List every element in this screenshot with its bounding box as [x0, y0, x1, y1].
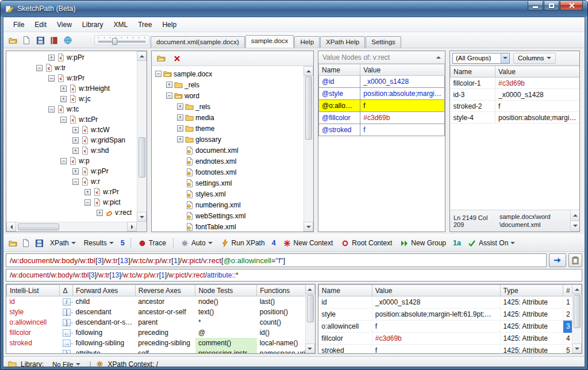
axis-shortcut-chip[interactable]: )	[63, 350, 71, 354]
groups-mini-scroll[interactable]	[570, 210, 579, 232]
tab-sample-docx[interactable]: sample.docx	[245, 35, 294, 48]
axis-shortcut-chip[interactable]: →	[63, 340, 71, 347]
maximize-button[interactable]	[544, 1, 559, 10]
open-folder-button[interactable]	[155, 53, 167, 64]
xml-node-w-tr[interactable]: −w:tr	[6, 63, 137, 73]
value-node-row[interactable]: @o:allowin...f	[319, 100, 445, 112]
expand-icon[interactable]: +	[84, 189, 91, 195]
result-row[interactable]: id_x0000_s14281425: Attribute1	[318, 296, 581, 309]
trace-button[interactable]: Trace	[135, 238, 169, 249]
xpath-menu-button[interactable]: XPath	[47, 238, 79, 248]
intelli-row[interactable]: stroked→following-siblingpreceding-sibli…	[7, 338, 315, 348]
minimize-button[interactable]	[528, 1, 543, 10]
xml-node-w-r[interactable]: −w:r	[6, 176, 137, 187]
scroll-right-button[interactable]	[127, 222, 137, 232]
scroll-up-button[interactable]	[572, 284, 582, 294]
xml-node-w-gridspan[interactable]: +w:gridSpan	[6, 135, 137, 145]
expand-icon[interactable]: +	[72, 137, 79, 144]
new-document-xpath-button[interactable]	[20, 237, 32, 249]
column-header-node-tests[interactable]: Node Tests	[195, 285, 257, 296]
pkg-node-endnotes-xml[interactable]: endnotes.xml	[152, 156, 303, 167]
pkg-node-glossary[interactable]: +glossary	[152, 134, 303, 145]
pkg-node-numbering-xml[interactable]: numbering.xml	[152, 199, 303, 210]
intelli-row[interactable]: style[descendantancestor-or-selftext()po…	[7, 307, 315, 317]
expand-icon[interactable]: +	[97, 210, 103, 216]
tab-help[interactable]: Help	[294, 36, 320, 48]
menu-library[interactable]: Library	[77, 18, 109, 31]
tab-settings[interactable]: Settings	[366, 36, 401, 48]
collapse-icon[interactable]: −	[166, 92, 172, 99]
xml-node-w-shd[interactable]: +w:shd	[6, 145, 137, 156]
scroll-thumb[interactable]	[18, 223, 59, 230]
collapse-icon[interactable]: −	[84, 199, 91, 206]
open-folder-button[interactable]	[7, 34, 18, 46]
library-file-dropdown[interactable]: No File	[48, 359, 85, 367]
xml-node-w-ppr[interactable]: +w:pPr	[6, 52, 137, 63]
web-button[interactable]	[62, 34, 74, 46]
expand-icon[interactable]: +	[60, 96, 67, 102]
collapse-icon[interactable]: −	[72, 179, 79, 185]
scroll-thumb[interactable]	[305, 76, 312, 140]
intelli-vscroll[interactable]	[305, 284, 315, 353]
expand-icon[interactable]: +	[72, 168, 79, 175]
menu-help[interactable]: Help	[157, 18, 182, 31]
xpath-expression-input[interactable]: /w:document/w:body/w:tbl[3]/w:tr[13]/w:t…	[6, 253, 547, 267]
menu-tree[interactable]: Tree	[133, 18, 157, 31]
pkg-node--rels[interactable]: +_rels	[152, 101, 303, 112]
result-row[interactable]: strokedf1425: Attribute5	[318, 345, 581, 354]
file-tree-vscroll[interactable]	[303, 66, 313, 232]
column-header-value[interactable]: Value	[360, 64, 445, 76]
group-row[interactable]: fillcolor-1#c3d69b	[451, 78, 580, 89]
group-row[interactable]: style-4position:absolute;margin-lef...	[451, 112, 580, 124]
column-header-type[interactable]: Type	[500, 285, 563, 296]
column-header-name[interactable]: Name	[319, 64, 360, 76]
pkg-node-word[interactable]: −word	[152, 90, 303, 101]
slider-thumb[interactable]	[112, 38, 117, 45]
group-filter-select[interactable]: (All Groups)	[452, 53, 510, 64]
pkg-node-settings-xml[interactable]: settings.xml	[152, 178, 303, 188]
expand-icon[interactable]: +	[177, 103, 183, 110]
scroll-up-button[interactable]	[571, 210, 579, 221]
column-header-name[interactable]: Name	[451, 66, 495, 78]
axis-shortcut-chip[interactable]: ]	[63, 319, 71, 326]
xml-node-w-pict[interactable]: −w:pict	[6, 197, 137, 207]
collapse-icon[interactable]: −	[60, 117, 67, 123]
scroll-up-button[interactable]	[303, 66, 313, 76]
pkg-node-websettings-xml[interactable]: webSettings.xml	[152, 210, 303, 221]
close-button[interactable]	[560, 1, 583, 10]
expand-icon[interactable]: +	[72, 148, 79, 154]
expand-icon[interactable]: +	[177, 114, 183, 121]
intelli-row[interactable]: id/childancestornode()last()	[7, 296, 315, 307]
pkg-node-theme[interactable]: +theme	[152, 123, 303, 134]
expand-icon[interactable]: +	[60, 86, 67, 92]
column-header-forward-axes[interactable]: Forward Axes	[72, 285, 135, 296]
pkg-node-media[interactable]: +media	[152, 112, 303, 123]
expand-icon[interactable]: +	[166, 82, 172, 88]
column-header-name[interactable]: Name	[318, 285, 372, 296]
menu-edit[interactable]: Edit	[29, 18, 52, 31]
results-vscroll[interactable]	[572, 284, 582, 353]
value-node-row[interactable]: @id_x0000_s1428	[319, 76, 445, 88]
intelli-row[interactable]: fillcolor←followingpreceding@id()	[7, 327, 315, 338]
expand-icon[interactable]: +	[72, 127, 79, 133]
zoom-slider[interactable]	[94, 35, 149, 45]
new-group-button[interactable]: New Group	[397, 238, 449, 249]
copy-expression-button[interactable]	[568, 253, 582, 267]
column-header-reverse-axes[interactable]: Reverse Axes	[135, 285, 195, 296]
results-menu-button[interactable]: Results	[81, 238, 117, 248]
run-xpath-button[interactable]: Run XPath	[218, 238, 268, 249]
go-button[interactable]	[549, 253, 566, 267]
delete-button[interactable]	[171, 53, 183, 64]
menu-xml[interactable]: XML	[109, 18, 133, 31]
collapse-panel-icon[interactable]	[436, 56, 441, 59]
xml-node-w-trpr[interactable]: −w:trPr	[6, 73, 137, 83]
collapse-icon[interactable]: −	[60, 158, 67, 164]
intelli-row[interactable]: )attributeselfprocessing-instruction()na…	[7, 348, 315, 354]
axis-shortcut-chip[interactable]: /	[63, 298, 71, 306]
auto-menu-button[interactable]: Auto	[178, 238, 216, 249]
value-node-row[interactable]: @styleposition:absolute;margin-left...	[319, 88, 445, 100]
collapse-icon[interactable]: −	[155, 71, 162, 77]
xml-node-w-p[interactable]: −w:p	[6, 156, 137, 166]
xml-node-w-jc[interactable]: +w:jc	[6, 94, 137, 104]
pkg-node-fonttable-xml[interactable]: fontTable.xml	[152, 221, 303, 232]
